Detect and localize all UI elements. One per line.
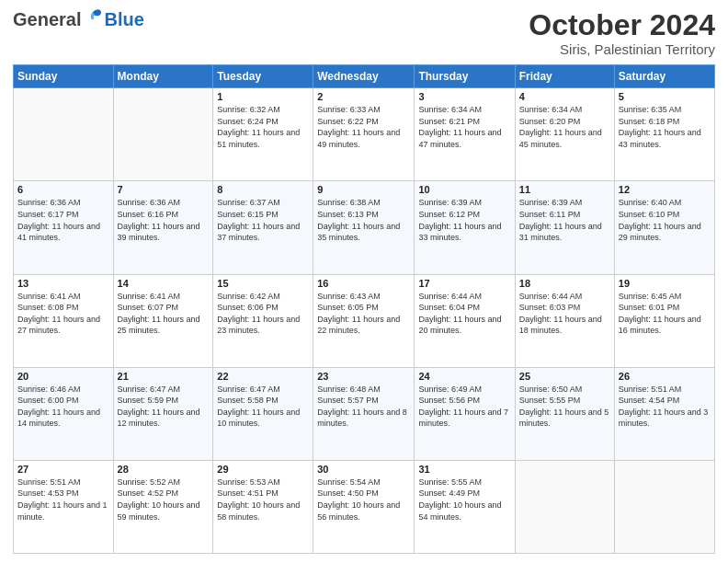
day-number: 10 [418, 184, 510, 195]
calendar-cell: 28Sunrise: 5:52 AM Sunset: 4:52 PM Dayli… [113, 460, 213, 553]
day-info: Sunrise: 6:46 AM Sunset: 6:00 PM Dayligh… [17, 384, 109, 430]
day-number: 7 [118, 184, 210, 195]
calendar-cell: 25Sunrise: 6:50 AM Sunset: 5:55 PM Dayli… [515, 367, 614, 460]
day-number: 28 [118, 464, 210, 475]
day-number: 20 [17, 371, 109, 382]
calendar-header-tuesday: Tuesday [213, 65, 313, 88]
day-info: Sunrise: 6:36 AM Sunset: 6:16 PM Dayligh… [118, 197, 210, 243]
calendar-cell: 21Sunrise: 6:47 AM Sunset: 5:59 PM Dayli… [113, 367, 213, 460]
calendar-cell: 24Sunrise: 6:49 AM Sunset: 5:56 PM Dayli… [415, 367, 515, 460]
calendar-cell: 10Sunrise: 6:39 AM Sunset: 6:12 PM Dayli… [415, 181, 515, 274]
day-info: Sunrise: 6:43 AM Sunset: 6:05 PM Dayligh… [317, 291, 410, 337]
calendar-table: SundayMondayTuesdayWednesdayThursdayFrid… [13, 64, 715, 554]
calendar-cell: 14Sunrise: 6:41 AM Sunset: 6:07 PM Dayli… [113, 274, 213, 367]
calendar-cell: 13Sunrise: 6:41 AM Sunset: 6:08 PM Dayli… [14, 274, 114, 367]
day-number: 6 [17, 184, 109, 195]
day-info: Sunrise: 6:41 AM Sunset: 6:07 PM Dayligh… [118, 291, 210, 337]
day-info: Sunrise: 6:35 AM Sunset: 6:18 PM Dayligh… [619, 104, 711, 150]
day-info: Sunrise: 5:52 AM Sunset: 4:52 PM Dayligh… [118, 477, 210, 523]
day-number: 31 [418, 464, 510, 475]
calendar-week-row: 1Sunrise: 6:32 AM Sunset: 6:24 PM Daylig… [14, 88, 715, 181]
day-number: 25 [519, 371, 610, 382]
day-info: Sunrise: 6:49 AM Sunset: 5:56 PM Dayligh… [418, 384, 510, 430]
day-info: Sunrise: 6:47 AM Sunset: 5:58 PM Dayligh… [217, 384, 309, 430]
calendar-header-thursday: Thursday [415, 65, 515, 88]
calendar-cell: 9Sunrise: 6:38 AM Sunset: 6:13 PM Daylig… [313, 181, 415, 274]
title-block: October 2024 Siris, Palestinian Territor… [529, 9, 715, 57]
calendar-header-saturday: Saturday [614, 65, 714, 88]
calendar-cell: 19Sunrise: 6:45 AM Sunset: 6:01 PM Dayli… [614, 274, 714, 367]
day-number: 23 [317, 371, 410, 382]
day-info: Sunrise: 6:44 AM Sunset: 6:04 PM Dayligh… [418, 291, 510, 337]
calendar-cell: 23Sunrise: 6:48 AM Sunset: 5:57 PM Dayli… [313, 367, 415, 460]
calendar-cell: 3Sunrise: 6:34 AM Sunset: 6:21 PM Daylig… [415, 88, 515, 181]
day-info: Sunrise: 6:38 AM Sunset: 6:13 PM Dayligh… [317, 197, 410, 243]
day-number: 22 [217, 371, 309, 382]
day-info: Sunrise: 6:34 AM Sunset: 6:21 PM Dayligh… [418, 104, 510, 150]
calendar-cell: 16Sunrise: 6:43 AM Sunset: 6:05 PM Dayli… [313, 274, 415, 367]
calendar-week-row: 20Sunrise: 6:46 AM Sunset: 6:00 PM Dayli… [14, 367, 715, 460]
day-info: Sunrise: 6:39 AM Sunset: 6:11 PM Dayligh… [519, 197, 610, 243]
day-info: Sunrise: 6:50 AM Sunset: 5:55 PM Dayligh… [519, 384, 610, 430]
day-info: Sunrise: 6:33 AM Sunset: 6:22 PM Dayligh… [317, 104, 410, 150]
day-info: Sunrise: 6:41 AM Sunset: 6:08 PM Dayligh… [17, 291, 109, 337]
day-info: Sunrise: 5:51 AM Sunset: 4:54 PM Dayligh… [619, 384, 711, 430]
day-number: 11 [519, 184, 610, 195]
calendar-cell: 1Sunrise: 6:32 AM Sunset: 6:24 PM Daylig… [213, 88, 313, 181]
day-number: 18 [519, 278, 610, 289]
day-info: Sunrise: 6:34 AM Sunset: 6:20 PM Dayligh… [519, 104, 610, 150]
day-info: Sunrise: 6:36 AM Sunset: 6:17 PM Dayligh… [17, 197, 109, 243]
calendar-cell [614, 460, 714, 553]
calendar-cell: 26Sunrise: 5:51 AM Sunset: 4:54 PM Dayli… [614, 367, 714, 460]
day-number: 4 [519, 91, 610, 102]
day-number: 29 [217, 464, 309, 475]
day-number: 14 [118, 278, 210, 289]
calendar-cell [113, 88, 213, 181]
day-info: Sunrise: 6:44 AM Sunset: 6:03 PM Dayligh… [519, 291, 610, 337]
day-info: Sunrise: 6:39 AM Sunset: 6:12 PM Dayligh… [418, 197, 510, 243]
day-number: 5 [619, 91, 711, 102]
calendar-header-sunday: Sunday [14, 65, 114, 88]
location: Siris, Palestinian Territory [529, 41, 715, 57]
day-number: 24 [418, 371, 510, 382]
day-number: 8 [217, 184, 309, 195]
calendar-cell: 7Sunrise: 6:36 AM Sunset: 6:16 PM Daylig… [113, 181, 213, 274]
calendar-cell: 5Sunrise: 6:35 AM Sunset: 6:18 PM Daylig… [614, 88, 714, 181]
calendar-cell: 12Sunrise: 6:40 AM Sunset: 6:10 PM Dayli… [614, 181, 714, 274]
day-number: 26 [619, 371, 711, 382]
day-number: 17 [418, 278, 510, 289]
month-title: October 2024 [529, 9, 715, 41]
calendar-header-friday: Friday [515, 65, 614, 88]
calendar-cell: 29Sunrise: 5:53 AM Sunset: 4:51 PM Dayli… [213, 460, 313, 553]
calendar-cell: 27Sunrise: 5:51 AM Sunset: 4:53 PM Dayli… [14, 460, 114, 553]
calendar-cell: 4Sunrise: 6:34 AM Sunset: 6:20 PM Daylig… [515, 88, 614, 181]
calendar-header-row: SundayMondayTuesdayWednesdayThursdayFrid… [14, 65, 715, 88]
calendar-cell: 2Sunrise: 6:33 AM Sunset: 6:22 PM Daylig… [313, 88, 415, 181]
calendar-week-row: 27Sunrise: 5:51 AM Sunset: 4:53 PM Dayli… [14, 460, 715, 553]
logo-blue: Blue [104, 9, 143, 30]
day-number: 2 [317, 91, 410, 102]
day-info: Sunrise: 6:48 AM Sunset: 5:57 PM Dayligh… [317, 384, 410, 430]
logo: General Blue [13, 9, 144, 30]
day-number: 9 [317, 184, 410, 195]
day-info: Sunrise: 5:55 AM Sunset: 4:49 PM Dayligh… [418, 477, 510, 523]
day-number: 16 [317, 278, 410, 289]
calendar-cell: 8Sunrise: 6:37 AM Sunset: 6:15 PM Daylig… [213, 181, 313, 274]
calendar-week-row: 6Sunrise: 6:36 AM Sunset: 6:17 PM Daylig… [14, 181, 715, 274]
day-info: Sunrise: 5:51 AM Sunset: 4:53 PM Dayligh… [17, 477, 109, 523]
day-number: 1 [217, 91, 309, 102]
day-number: 12 [619, 184, 711, 195]
day-number: 21 [118, 371, 210, 382]
calendar-cell: 6Sunrise: 6:36 AM Sunset: 6:17 PM Daylig… [14, 181, 114, 274]
day-number: 27 [17, 464, 109, 475]
page: General Blue October 2024 Siris, Palesti… [0, 0, 728, 563]
calendar-cell: 20Sunrise: 6:46 AM Sunset: 6:00 PM Dayli… [14, 367, 114, 460]
day-info: Sunrise: 6:40 AM Sunset: 6:10 PM Dayligh… [619, 197, 711, 243]
calendar-header-wednesday: Wednesday [313, 65, 415, 88]
calendar-cell: 15Sunrise: 6:42 AM Sunset: 6:06 PM Dayli… [213, 274, 313, 367]
day-info: Sunrise: 6:32 AM Sunset: 6:24 PM Dayligh… [217, 104, 309, 150]
calendar-cell: 11Sunrise: 6:39 AM Sunset: 6:11 PM Dayli… [515, 181, 614, 274]
day-info: Sunrise: 5:53 AM Sunset: 4:51 PM Dayligh… [217, 477, 309, 523]
day-info: Sunrise: 6:47 AM Sunset: 5:59 PM Dayligh… [118, 384, 210, 430]
day-info: Sunrise: 5:54 AM Sunset: 4:50 PM Dayligh… [317, 477, 410, 523]
